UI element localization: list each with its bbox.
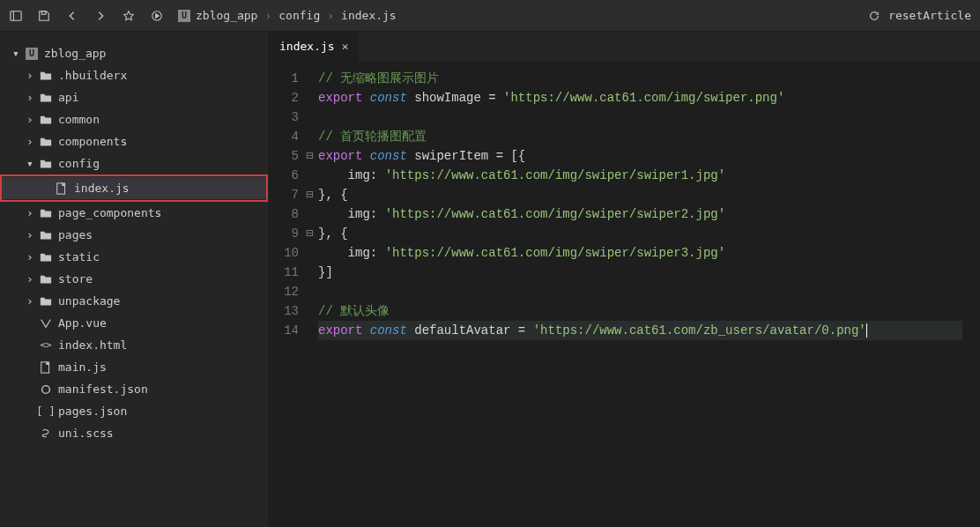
- toolbar: U zblog_app › config › index.js resetArt…: [0, 0, 980, 32]
- project-icon: U: [178, 10, 190, 22]
- sidebar-item-store[interactable]: ›store: [0, 268, 268, 290]
- tab-bar: index.js ×: [269, 32, 980, 62]
- sidebar-item-manifest-json[interactable]: manifest.json: [0, 378, 268, 400]
- sidebar-item-label: common: [58, 113, 100, 126]
- code-line[interactable]: img: 'https://www.cat61.com/img/swiper/s…: [318, 166, 962, 185]
- line-number: 13: [269, 301, 299, 321]
- folder-icon: [39, 114, 53, 126]
- sidebar-item-api[interactable]: ›api: [0, 86, 268, 108]
- breadcrumb-item[interactable]: config: [278, 9, 320, 22]
- line-number: 6: [269, 166, 299, 185]
- star-icon[interactable]: [122, 9, 136, 23]
- chevron-right-icon: ›: [264, 9, 271, 22]
- sidebar-item-app-vue[interactable]: App.vue: [0, 312, 268, 334]
- folder-icon: [39, 92, 53, 104]
- breadcrumb-item[interactable]: index.js: [341, 9, 397, 22]
- fold-toggle-icon[interactable]: ⊟: [306, 185, 318, 204]
- sidebar-item-pages[interactable]: ›pages: [0, 224, 268, 246]
- chevron-right-icon: ›: [25, 250, 35, 264]
- sidebar-item-static[interactable]: ›static: [0, 246, 268, 268]
- fold-spacer: [306, 127, 318, 146]
- fold-spacer: [306, 69, 318, 88]
- code-line[interactable]: export const showImage = 'https://www.ca…: [318, 88, 962, 108]
- sidebar-item-components[interactable]: ›components: [0, 130, 268, 152]
- editor: index.js × 1234567891011121314 ⊟⊟⊟ // 无缩…: [269, 32, 980, 527]
- breadcrumb-item[interactable]: U zblog_app: [178, 9, 257, 22]
- code-line[interactable]: export const defaultAvatar = 'https://ww…: [318, 321, 962, 340]
- chevron-right-icon: ›: [25, 91, 35, 104]
- breadcrumb-label: index.js: [341, 9, 397, 22]
- sidebar-item-config[interactable]: ▾config: [0, 152, 268, 174]
- project-label: zblog_app: [44, 47, 106, 60]
- line-number: 1: [269, 69, 299, 88]
- code-line[interactable]: }, {: [318, 224, 962, 243]
- line-number: 9: [269, 224, 299, 243]
- sidebar-item-label: index.js: [74, 182, 130, 195]
- code-line[interactable]: img: 'https://www.cat61.com/img/swiper/s…: [318, 243, 962, 263]
- sidebar-item-pages-json[interactable]: [ ]pages.json: [0, 400, 268, 422]
- line-number-gutter: 1234567891011121314: [269, 69, 306, 527]
- sidebar-item-label: pages.json: [58, 405, 127, 418]
- chevron-right-icon: ›: [25, 135, 35, 148]
- close-icon[interactable]: ×: [342, 40, 349, 53]
- fold-spacer: [306, 166, 318, 185]
- sidebar-item-main-js[interactable]: main.js: [0, 356, 268, 378]
- tab-index-js[interactable]: index.js ×: [269, 32, 360, 61]
- line-number: 3: [269, 108, 299, 127]
- toolbar-action-label[interactable]: resetArticle: [888, 9, 971, 22]
- back-icon[interactable]: [65, 9, 79, 23]
- code-line[interactable]: }]: [318, 263, 962, 282]
- fold-spacer: [306, 263, 318, 282]
- sidebar-item-label: main.js: [58, 360, 107, 374]
- forward-icon[interactable]: [93, 9, 108, 23]
- project-icon: U: [25, 48, 39, 60]
- code-line[interactable]: img: 'https://www.cat61.com/img/swiper/s…: [318, 204, 962, 224]
- sidebar-item-label: store: [58, 272, 93, 286]
- sidebar-item-label: pages: [58, 228, 93, 241]
- json-b-icon: [ ]: [39, 405, 53, 418]
- line-number: 8: [269, 204, 299, 224]
- sidebar-item-unpackage[interactable]: ›unpackage: [0, 290, 268, 312]
- code-line[interactable]: // 默认头像: [318, 301, 962, 321]
- dock-icon[interactable]: [9, 9, 23, 23]
- breadcrumb: U zblog_app › config › index.js: [178, 9, 397, 22]
- sidebar: ▾Uzblog_app›.hbuilderx›api›common›compon…: [0, 32, 269, 527]
- sidebar-item-label: page_components: [58, 206, 161, 219]
- fold-spacer: [306, 301, 318, 321]
- code-area[interactable]: 1234567891011121314 ⊟⊟⊟ // 无缩略图展示图片expor…: [269, 62, 980, 527]
- code-line[interactable]: }, {: [318, 185, 962, 204]
- code-line[interactable]: // 无缩略图展示图片: [318, 69, 962, 88]
- sidebar-item-label: config: [58, 157, 100, 170]
- folder-icon: [39, 295, 53, 308]
- folder-icon: [39, 70, 53, 82]
- text-cursor: [866, 323, 867, 338]
- svg-rect-0: [11, 11, 21, 20]
- fold-spacer: [306, 108, 318, 127]
- folder-icon: [39, 251, 53, 264]
- js-icon: [55, 182, 69, 195]
- fold-toggle-icon[interactable]: ⊟: [306, 224, 318, 243]
- save-icon[interactable]: [37, 9, 51, 23]
- code-line[interactable]: export const swiperItem = [{: [318, 146, 962, 166]
- sidebar-item-index-js[interactable]: index.js: [2, 177, 266, 199]
- sidebar-item--hbuilderx[interactable]: ›.hbuilderx: [0, 64, 268, 86]
- sidebar-item-index-html[interactable]: <>index.html: [0, 334, 268, 356]
- code-content[interactable]: // 无缩略图展示图片export const showImage = 'htt…: [318, 69, 980, 527]
- sidebar-item-label: api: [58, 91, 78, 104]
- sidebar-item-common[interactable]: ›common: [0, 108, 268, 130]
- chevron-right-icon: ›: [327, 9, 334, 22]
- sidebar-project-root[interactable]: ▾Uzblog_app: [0, 42, 268, 64]
- code-line[interactable]: [318, 282, 962, 301]
- code-line[interactable]: // 首页轮播图配置: [318, 127, 962, 146]
- line-number: 10: [269, 243, 299, 263]
- code-line[interactable]: [318, 108, 962, 127]
- sidebar-item-uni-scss[interactable]: uni.scss: [0, 422, 268, 444]
- run-icon[interactable]: [150, 9, 164, 23]
- line-number: 7: [269, 185, 299, 204]
- line-number: 5: [269, 146, 299, 166]
- fold-spacer: [306, 282, 318, 301]
- fold-toggle-icon[interactable]: ⊟: [306, 146, 318, 166]
- sidebar-item-page-components[interactable]: ›page_components: [0, 202, 268, 224]
- folder-icon: [39, 273, 53, 286]
- refresh-icon[interactable]: [867, 9, 881, 23]
